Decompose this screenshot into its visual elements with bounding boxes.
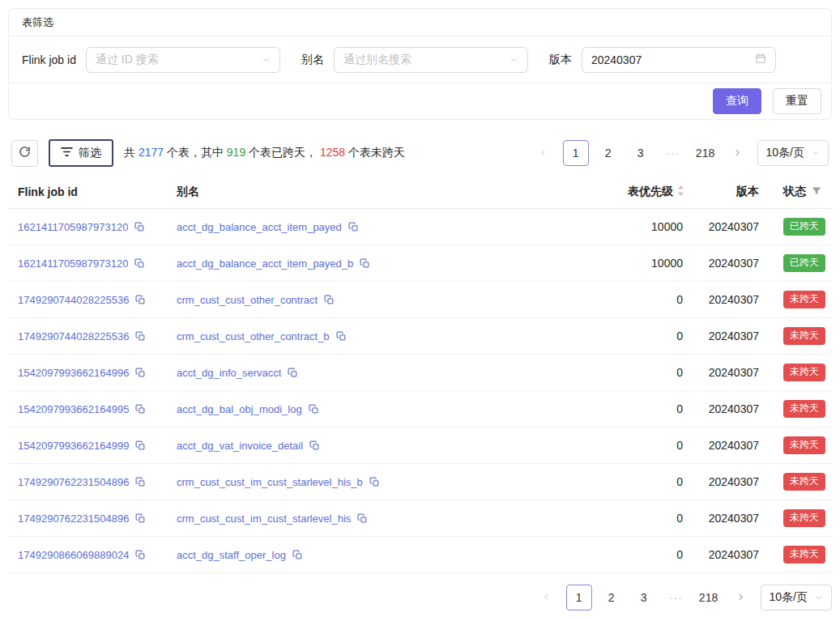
filter-funnel-icon[interactable] [812, 185, 821, 198]
sort-icon[interactable] [677, 185, 684, 198]
chevron-right-icon [736, 591, 745, 604]
table-body: 1621411705987973120 acct_dg_balance_acct… [8, 209, 832, 573]
alias-link[interactable]: acct_dg_staff_oper_log [177, 549, 286, 561]
page-button-1[interactable]: 1 [566, 585, 592, 610]
alias-cell: acct_dg_balance_acct_item_payed [177, 221, 568, 233]
copy-icon[interactable] [288, 368, 298, 378]
priority-cell: 10000 [568, 220, 689, 233]
prev-page-button[interactable] [531, 140, 556, 166]
copy-icon[interactable] [135, 513, 146, 524]
page-button-last[interactable]: 218 [696, 585, 722, 610]
copy-icon[interactable] [292, 550, 303, 560]
copy-icon[interactable] [135, 368, 146, 378]
page-ellipsis[interactable]: ··· [663, 585, 689, 610]
copy-icon[interactable] [135, 477, 146, 487]
copy-icon[interactable] [324, 295, 335, 305]
job-id-cell: 1621411705987973120 [18, 257, 177, 270]
alias-cell: acct_dg_vat_invoice_detail [177, 440, 568, 452]
alias-link[interactable]: acct_dg_balance_acct_item_payed_b [177, 257, 353, 270]
alias-link[interactable]: crm_cust_cust_other_contract_b [177, 330, 330, 342]
copy-icon[interactable] [360, 258, 370, 269]
copy-icon[interactable] [135, 550, 146, 560]
page-size-value: 10条/页 [766, 146, 804, 160]
header-priority[interactable]: 表优先级 [568, 185, 689, 199]
page-size-select[interactable]: 10条/页 [761, 585, 832, 610]
job-id-link[interactable]: 1749290762231504896 [18, 513, 129, 525]
filter-lines-icon [61, 147, 73, 160]
job-id-link[interactable]: 1621411705987973120 [18, 257, 128, 270]
job-id-link[interactable]: 1749290866069889024 [18, 549, 129, 561]
copy-icon[interactable] [135, 440, 146, 451]
copy-icon[interactable] [309, 404, 319, 415]
job-id-link[interactable]: 1542097993662164999 [18, 440, 129, 452]
job-id-link[interactable]: 1542097993662164996 [18, 367, 129, 379]
refresh-button[interactable] [11, 140, 38, 167]
alias-link[interactable]: acct_dg_vat_invoice_detail [177, 440, 303, 452]
status-badge: 未跨天 [783, 364, 825, 381]
version-cell: 20240307 [689, 293, 770, 306]
alias-cell: crm_cust_cust_other_contract_b [177, 330, 568, 342]
copy-icon[interactable] [134, 258, 145, 269]
page-button-3[interactable]: 3 [628, 140, 654, 166]
alias-link[interactable]: acct_dg_balance_acct_item_payed [177, 221, 342, 233]
status-badge: 未跨天 [783, 327, 825, 345]
chevron-down-icon [815, 591, 823, 604]
flink-job-id-select[interactable]: 通过 ID 搜索 [86, 47, 280, 73]
alias-cell: acct_dg_info_servacct [177, 367, 568, 379]
alias-link[interactable]: acct_dg_bal_obj_modi_log [177, 403, 302, 415]
job-id-link[interactable]: 1749290744028225536 [18, 294, 129, 306]
query-button[interactable]: 查询 [713, 88, 761, 114]
copy-icon[interactable] [135, 295, 146, 305]
alias-link[interactable]: crm_cust_cust_im_cust_starlevel_his [177, 513, 351, 525]
job-id-link[interactable]: 1542097993662164995 [18, 403, 129, 415]
alias-link[interactable]: crm_cust_cust_im_cust_starlevel_his_b [177, 476, 363, 488]
page-button-1[interactable]: 1 [563, 140, 589, 166]
job-id-link[interactable]: 1749290744028225536 [18, 330, 129, 342]
status-badge: 未跨天 [783, 473, 825, 491]
alias-link[interactable]: acct_dg_info_servacct [177, 367, 281, 379]
header-alias: 别名 [177, 185, 568, 199]
version-cell: 20240307 [689, 512, 770, 525]
filter-toggle-button[interactable]: 筛选 [49, 139, 113, 167]
page-button-3[interactable]: 3 [631, 585, 657, 610]
alias-select[interactable]: 通过别名搜索 [334, 47, 528, 73]
copy-icon[interactable] [135, 331, 146, 342]
job-id-cell: 1749290762231504896 [18, 476, 177, 488]
chevron-right-icon [733, 147, 742, 160]
summary-total-count: 2177 [139, 146, 164, 159]
results-table: Flink job id 别名 表优先级 版本 状态 1621411705987… [8, 175, 832, 573]
job-id-link[interactable]: 1621411705987973120 [18, 221, 128, 233]
version-date-input[interactable]: 20240307 [582, 47, 776, 73]
next-page-button[interactable] [725, 140, 751, 166]
page-button-last[interactable]: 218 [693, 140, 718, 166]
page-size-select[interactable]: 10条/页 [757, 140, 829, 166]
table-row: 1749290744028225536 crm_cust_cust_other_… [8, 282, 832, 318]
priority-cell: 0 [568, 402, 689, 415]
page-ellipsis[interactable]: ··· [660, 140, 686, 166]
summary-not-crossed-count: 1258 [320, 146, 345, 159]
pagination-top: 1 2 3 ··· 218 10条/页 [531, 140, 829, 166]
copy-icon[interactable] [357, 513, 368, 524]
prev-page-button[interactable] [534, 585, 560, 610]
copy-icon[interactable] [135, 404, 146, 415]
reset-button[interactable]: 重置 [773, 88, 821, 114]
copy-icon[interactable] [348, 222, 359, 232]
copy-icon[interactable] [369, 477, 380, 487]
table-row: 1542097993662164999 acct_dg_vat_invoice_… [8, 427, 832, 464]
job-id-link[interactable]: 1749290762231504896 [18, 476, 129, 488]
status-cell: 已跨天 [770, 254, 827, 272]
copy-icon[interactable] [134, 222, 145, 232]
job-id-cell: 1542097993662164999 [18, 440, 177, 452]
page-button-2[interactable]: 2 [595, 140, 621, 166]
next-page-button[interactable] [728, 585, 754, 610]
job-id-cell: 1542097993662164995 [18, 403, 177, 415]
status-cell: 未跨天 [770, 509, 827, 527]
summary-part: 共 [124, 146, 139, 159]
priority-cell: 0 [568, 512, 689, 525]
copy-icon[interactable] [336, 331, 347, 342]
status-badge: 未跨天 [783, 546, 825, 564]
copy-icon[interactable] [309, 440, 320, 451]
alias-link[interactable]: crm_cust_cust_other_contract [177, 294, 318, 306]
page-button-2[interactable]: 2 [599, 585, 625, 610]
flink-job-id-placeholder: 通过 ID 搜索 [96, 53, 159, 67]
